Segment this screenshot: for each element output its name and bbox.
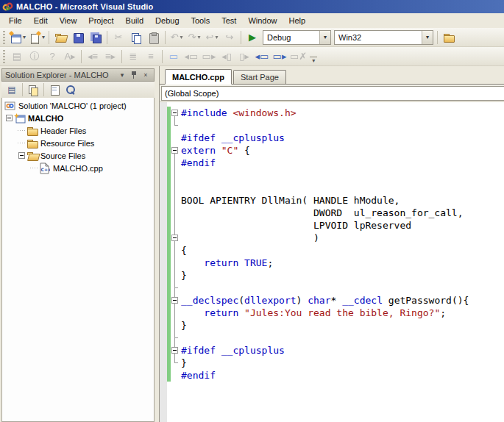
tree-item-resource-files[interactable]: Resource Files [2, 137, 154, 149]
close-panel-button[interactable]: × [141, 70, 151, 80]
tree-item-malcho[interactable]: MALCHO [2, 112, 154, 124]
previous-bookmark-in-document-button[interactable]: ◂▭ [254, 49, 270, 65]
collapse-box-icon[interactable] [6, 115, 13, 121]
open-file-button[interactable] [52, 29, 68, 46]
fold-margin [171, 157, 180, 169]
code-text: return "Jules:You read the bible, Ringo?… [180, 307, 446, 319]
tree-item-malcho-cpp[interactable]: C++MALCHO.cpp [2, 162, 154, 174]
tab-start-page[interactable]: Start Page [233, 70, 286, 84]
fold-toggle[interactable] [171, 147, 178, 154]
save-button[interactable] [70, 29, 86, 46]
solution-configurations-value: Debug [263, 33, 319, 42]
menu-project[interactable]: Project [82, 15, 119, 26]
menu-test[interactable]: Test [216, 15, 242, 26]
chevron-down-icon[interactable]: ▾ [180, 34, 182, 40]
start-debugging-button[interactable]: ▶ [244, 29, 260, 46]
navigate-backward-button[interactable]: ↩▾ [204, 29, 220, 46]
menu-window[interactable]: Window [242, 15, 283, 26]
cut-button[interactable]: ✂ [110, 29, 127, 46]
menu-file[interactable]: File [3, 15, 28, 26]
navigate-forward-button[interactable]: ↪ [221, 29, 238, 46]
toolbar-overflow-button[interactable]: ▾ [310, 57, 317, 65]
next-bookmark-in-document-icon: ▭▸ [273, 51, 287, 62]
code-line: #include <windows.h> [171, 107, 504, 119]
chevron-down-icon[interactable]: ▾ [197, 34, 200, 40]
undo-icon: ↶ [171, 32, 179, 43]
code-line: return "Jules:You read the bible, Ringo?… [171, 307, 504, 319]
menu-tools[interactable]: Tools [185, 15, 216, 26]
toolbar-grip[interactable] [2, 31, 6, 44]
code-line: extern "C" { [171, 144, 504, 157]
code-text: #endif [180, 369, 216, 382]
solution-tree[interactable]: Solution 'MALCHO' (1 project)MALCHOHeade… [1, 98, 155, 422]
selection-margin[interactable] [160, 102, 167, 422]
display-word-completion-button[interactable]: A▸ [62, 49, 78, 65]
add-existing-item-folder-button[interactable] [441, 29, 457, 46]
display-object-member-list-button[interactable]: ▤ [9, 49, 25, 65]
chevron-down-icon[interactable]: ▾ [215, 34, 218, 40]
increase-indent-button[interactable]: ≡▸ [102, 49, 118, 65]
undo-button[interactable]: ↶▾ [168, 29, 185, 46]
scope-combo[interactable]: (Global Scope) [161, 86, 504, 101]
code-line: } [171, 357, 504, 369]
next-bookmark-in-document-button[interactable]: ▭▸ [271, 49, 288, 65]
tree-item-header-files[interactable]: Header Files [2, 124, 154, 137]
menu-build[interactable]: Build [120, 15, 149, 26]
chevron-down-icon[interactable]: ▾ [23, 34, 26, 40]
copy-button[interactable] [128, 29, 144, 46]
toolbar-separator [22, 83, 23, 96]
clear-bookmarks-button[interactable]: ▭✗ [289, 49, 308, 65]
solution-configurations-combo[interactable]: Debug ▾ [263, 30, 331, 45]
tree-expander[interactable] [17, 149, 26, 162]
code-editor[interactable]: #include <windows.h>#ifdef __cplusplusex… [160, 102, 504, 422]
window-position-menu-button[interactable]: ▾ [117, 70, 127, 80]
new-project-icon [10, 32, 21, 43]
code-lines: #include <windows.h>#ifdef __cplusplusex… [171, 107, 504, 382]
new-project-button[interactable]: ▾ [9, 29, 26, 46]
decrease-indent-button[interactable]: ◂≡ [85, 49, 101, 65]
tree-expander[interactable] [4, 112, 14, 124]
tree-item-solution-malcho-1-project-[interactable]: Solution 'MALCHO' (1 project) [2, 99, 154, 112]
toolbar-grip[interactable] [2, 50, 6, 63]
tree-item-source-files[interactable]: Source Files [2, 149, 154, 162]
previous-bookmark-button[interactable]: ◂▭ [183, 49, 199, 65]
menu-debug[interactable]: Debug [149, 15, 185, 26]
tab-malcho-cpp[interactable]: MALCHO.cpp [165, 69, 232, 85]
code-line: return TRUE; [171, 257, 504, 269]
solution-platforms-combo[interactable]: Win32 ▾ [334, 30, 433, 45]
chevron-down-icon[interactable]: ▾ [42, 34, 45, 40]
fold-toggle[interactable] [171, 297, 178, 304]
code-text: #include <windows.h> [180, 107, 297, 119]
comment-selection-button[interactable]: ≣ [125, 49, 141, 65]
code-text [180, 119, 181, 132]
properties-window-button[interactable] [47, 82, 62, 97]
properties-button[interactable]: ▤ [4, 82, 19, 97]
menu-view[interactable]: View [54, 15, 83, 26]
next-bookmark-button[interactable]: ▭▸ [201, 49, 217, 65]
show-all-files-button[interactable] [26, 82, 40, 97]
fold-toggle[interactable] [171, 347, 178, 354]
chevron-down-icon[interactable]: ▾ [319, 31, 330, 44]
fold-margin [171, 294, 180, 307]
toggle-bookmark-button[interactable]: ▭ [166, 49, 182, 65]
next-bookmark-in-folder-button[interactable]: ▯▸ [236, 49, 252, 65]
chevron-down-icon[interactable]: ▾ [422, 31, 433, 44]
redo-button[interactable]: ↷▾ [186, 29, 202, 46]
save-all-button[interactable] [88, 29, 104, 46]
display-quick-info-button[interactable]: ? [44, 49, 60, 65]
add-new-item-button[interactable]: ▾ [28, 29, 46, 46]
collapse-box-icon[interactable] [18, 152, 25, 159]
fold-toggle[interactable] [171, 235, 178, 241]
auto-hide-pin-button[interactable] [129, 70, 139, 80]
menu-edit[interactable]: Edit [28, 15, 54, 26]
previous-bookmark-in-folder-button[interactable]: ◂▯ [219, 49, 235, 65]
fold-toggle[interactable] [171, 110, 178, 116]
toolbar-separator [241, 31, 241, 44]
menu-help[interactable]: Help [283, 15, 312, 26]
code-text [180, 182, 181, 194]
view-class-diagram-button[interactable] [63, 82, 78, 97]
display-parameter-info-button[interactable]: ⓘ [26, 49, 43, 65]
paste-button[interactable] [146, 29, 162, 46]
code-line: { [171, 244, 504, 257]
uncomment-selection-button[interactable]: ≡ [143, 49, 159, 65]
